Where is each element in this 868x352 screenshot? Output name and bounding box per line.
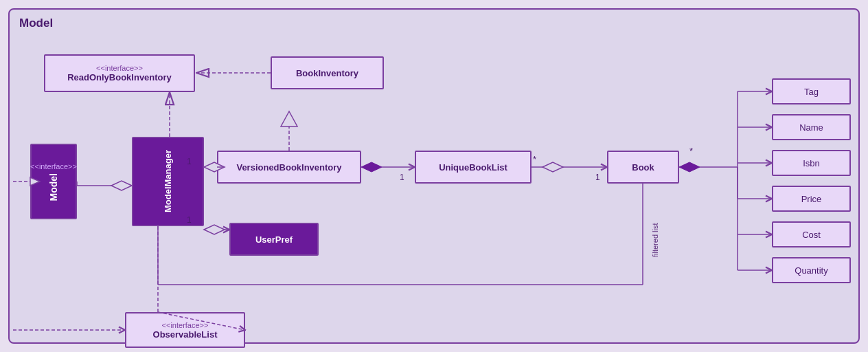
model-manager-box: ModelManager (132, 137, 204, 226)
quantity-box: Quantity (772, 257, 851, 283)
svg-text:1: 1 (595, 173, 600, 182)
book-inventory-label: BookInventory (296, 68, 358, 78)
svg-text:*: * (533, 154, 536, 164)
isbn-box: Isbn (772, 150, 851, 176)
observable-list-label: ObservableList (153, 329, 218, 340)
svg-text:1: 1 (400, 173, 404, 182)
svg-text:*: * (689, 146, 693, 156)
unique-book-list-label: UniqueBookList (439, 162, 507, 173)
readonly-book-inventory-box: <<interface>> ReadOnlyBookInventory (44, 54, 195, 92)
versioned-book-inventory-box: VersionedBookInventory (217, 151, 361, 184)
user-pref-box: UserPref (229, 223, 319, 256)
observable-list-box: <<interface>> ObservableList (125, 312, 245, 348)
readonly-stereotype: <<interface>> (96, 64, 143, 72)
name-box: Name (772, 114, 851, 140)
svg-marker-19 (361, 162, 382, 172)
user-pref-label: UserPref (255, 234, 293, 245)
svg-marker-10 (281, 111, 297, 126)
interface-model-label: Model (48, 173, 59, 201)
model-manager-label: ModelManager (163, 150, 173, 212)
price-box: Price (772, 186, 851, 212)
svg-marker-23 (542, 162, 563, 172)
uml-diagram: Model <<interface>> Model ModelManager <… (8, 8, 860, 344)
svg-marker-11 (111, 181, 132, 190)
book-label: Book (632, 162, 654, 173)
interface-model-stereotype: <<interface>> (30, 162, 77, 170)
svg-text:filtered list: filtered list (651, 223, 659, 257)
svg-marker-27 (679, 162, 700, 172)
tag-box: Tag (772, 78, 851, 104)
unique-book-list-box: UniqueBookList (415, 151, 532, 184)
book-box: Book (607, 151, 679, 184)
readonly-label: ReadOnlyBookInventory (67, 72, 172, 82)
interface-model-box: <<interface>> Model (30, 144, 77, 219)
book-inventory-box: BookInventory (271, 56, 384, 89)
diagram-title: Model (19, 16, 53, 30)
versioned-label: VersionedBookInventory (236, 162, 341, 173)
cost-box: Cost (772, 221, 851, 248)
observable-list-stereotype: <<interface>> (162, 321, 209, 329)
svg-marker-40 (204, 225, 225, 234)
